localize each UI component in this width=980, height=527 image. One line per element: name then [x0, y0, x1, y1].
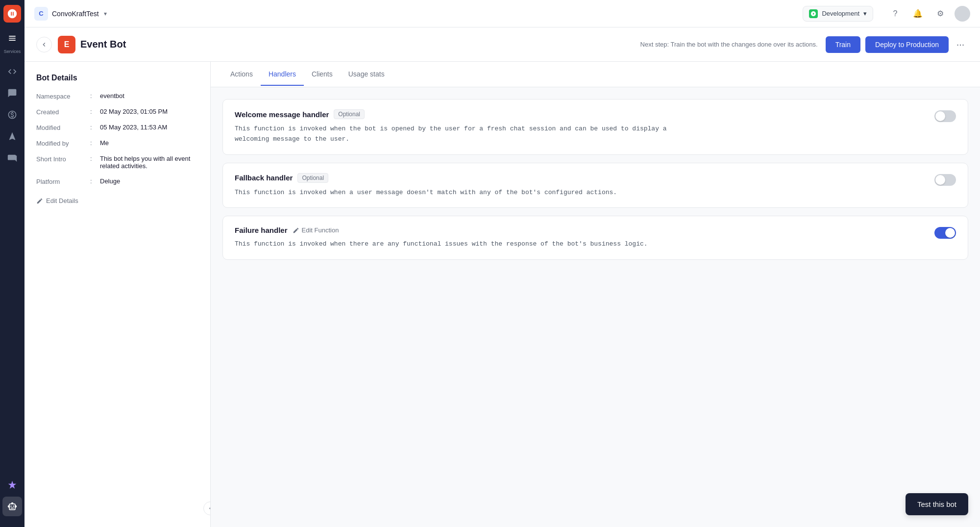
env-name: Development: [822, 10, 859, 17]
detail-modified-by-label: Modified by: [36, 139, 90, 147]
handler-fallback-badge: Optional: [297, 173, 328, 183]
detail-namespace: Namespace : eventbot: [36, 92, 198, 100]
tab-actions[interactable]: Actions: [222, 63, 261, 86]
handler-fallback-header: Fallback handler Optional: [235, 173, 956, 183]
brand-avatar: C: [34, 7, 48, 21]
detail-modified: Modified : 05 May 2023, 11:53 AM: [36, 124, 198, 131]
env-selector[interactable]: Development ▾: [803, 6, 873, 22]
handler-fallback-toggle[interactable]: [934, 174, 956, 186]
detail-platform: Platform : Deluge: [36, 177, 198, 185]
next-step-text: Next step: Train the bot with the change…: [640, 41, 818, 48]
bot-details-title: Bot Details: [36, 74, 198, 82]
brand-chevron-icon: ▾: [104, 10, 107, 17]
env-chevron-icon: ▾: [863, 10, 867, 17]
brand-selector[interactable]: C ConvoKraftTest ▾: [34, 7, 107, 21]
main-wrapper: C ConvoKraftTest ▾ Development ▾ ? 🔔 ⚙ E…: [24, 0, 980, 527]
sidebar-services-label: Services: [4, 49, 21, 54]
content-area: Bot Details Namespace : eventbot Created…: [24, 62, 980, 527]
detail-modified-label: Modified: [36, 124, 90, 131]
detail-created-label: Created: [36, 108, 90, 116]
tab-handlers[interactable]: Handlers: [261, 63, 304, 86]
page-title: Event Bot: [80, 39, 126, 50]
notifications-icon[interactable]: 🔔: [909, 5, 926, 22]
settings-icon[interactable]: ⚙: [932, 5, 949, 22]
handler-welcome-toggle[interactable]: [934, 110, 956, 122]
sidebar-item-code[interactable]: [2, 62, 22, 81]
right-panel: Actions Handlers Clients Usage stats Wel…: [211, 62, 980, 527]
detail-created-value: 02 May 2023, 01:05 PM: [100, 108, 198, 115]
detail-short-intro-value: This bot helps you with all event relate…: [100, 155, 198, 170]
user-avatar[interactable]: [955, 6, 970, 22]
collapse-panel-button[interactable]: [203, 502, 211, 515]
detail-modified-by-value: Me: [100, 139, 198, 147]
handler-fallback-title: Fallback handler: [235, 174, 293, 182]
handler-card-welcome: Welcome message handler Optional This fu…: [222, 99, 968, 155]
topnav: C ConvoKraftTest ▾ Development ▾ ? 🔔 ⚙: [24, 0, 980, 27]
test-bot-button[interactable]: Test this bot: [906, 493, 968, 515]
sidebar: Services: [0, 0, 24, 527]
topnav-icons: ? 🔔 ⚙: [887, 5, 970, 22]
detail-short-intro: Short Intro : This bot helps you with al…: [36, 155, 198, 170]
handler-failure-title: Failure handler: [235, 226, 288, 234]
sidebar-item-bot[interactable]: [2, 497, 22, 516]
sidebar-item-services[interactable]: [2, 28, 22, 48]
sidebar-bottom: [2, 475, 22, 522]
edit-function-button[interactable]: Edit Function: [293, 226, 339, 234]
handler-failure-toggle-container: [934, 226, 956, 239]
handler-fallback-desc: This function is invoked when a user mes…: [235, 188, 956, 198]
tabs-bar: Actions Handlers Clients Usage stats: [211, 62, 980, 87]
detail-modified-value: 05 May 2023, 11:53 AM: [100, 124, 198, 131]
page-header: E Event Bot Next step: Train the bot wit…: [24, 27, 980, 62]
detail-namespace-label: Namespace: [36, 92, 90, 100]
handler-fallback-toggle-container: [934, 173, 956, 186]
handler-failure-toggle[interactable]: [934, 227, 956, 239]
handler-welcome-desc: This function is invoked when the bot is…: [235, 124, 956, 145]
handler-card-fallback: Fallback handler Optional This function …: [222, 163, 968, 208]
handler-failure-header: Failure handler Edit Function: [235, 226, 956, 234]
help-icon[interactable]: ?: [887, 5, 904, 22]
tab-usage-stats[interactable]: Usage stats: [341, 63, 392, 86]
detail-namespace-value: eventbot: [100, 92, 198, 100]
detail-modified-by: Modified by : Me: [36, 139, 198, 147]
edit-icon: [36, 198, 43, 204]
edit-details-button[interactable]: Edit Details: [36, 193, 78, 208]
detail-platform-value: Deluge: [100, 177, 198, 185]
sidebar-item-chat[interactable]: [2, 83, 22, 103]
edit-fn-icon: [293, 227, 299, 234]
handler-welcome-badge: Optional: [334, 109, 365, 119]
app-logo[interactable]: [3, 5, 21, 23]
back-button[interactable]: [36, 37, 52, 52]
deploy-button[interactable]: Deploy to Production: [865, 36, 949, 53]
train-button[interactable]: Train: [826, 36, 860, 53]
handler-welcome-title: Welcome message handler: [235, 110, 329, 119]
sidebar-item-deploy[interactable]: [2, 126, 22, 146]
sidebar-item-sparkle[interactable]: [2, 475, 22, 495]
bot-avatar: E: [58, 36, 75, 53]
edit-fn-label: Edit Function: [302, 226, 339, 234]
brand-name: ConvoKraftTest: [52, 10, 99, 18]
left-panel: Bot Details Namespace : eventbot Created…: [24, 62, 211, 527]
detail-platform-label: Platform: [36, 177, 90, 185]
sidebar-services-group[interactable]: Services: [2, 28, 22, 56]
env-dot: [809, 9, 818, 18]
detail-created: Created : 02 May 2023, 01:05 PM: [36, 108, 198, 116]
handlers-content: Welcome message handler Optional This fu…: [211, 87, 980, 527]
handler-failure-desc: This function is invoked when there are …: [235, 239, 956, 250]
handler-welcome-header: Welcome message handler Optional: [235, 109, 956, 119]
edit-details-label: Edit Details: [46, 197, 78, 204]
detail-short-intro-label: Short Intro: [36, 155, 90, 163]
handler-card-failure: Failure handler Edit Function This funct…: [222, 216, 968, 260]
more-options-button[interactable]: ···: [953, 37, 968, 52]
tab-clients[interactable]: Clients: [304, 63, 341, 86]
sidebar-item-message[interactable]: [2, 148, 22, 168]
handler-welcome-toggle-container: [934, 109, 956, 122]
sidebar-item-star[interactable]: [2, 105, 22, 125]
